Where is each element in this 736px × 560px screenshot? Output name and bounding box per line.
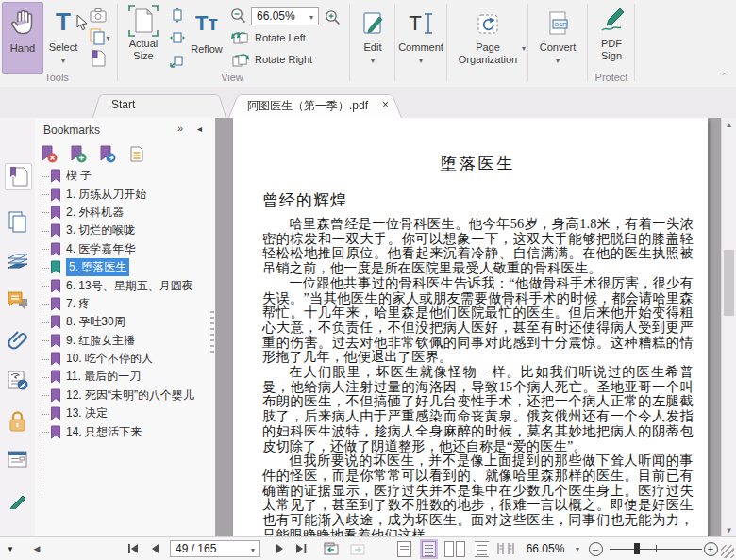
last-page-button[interactable] [293,537,309,560]
tab-close-icon[interactable]: × [382,98,389,111]
zoom-out-button[interactable]: – [587,537,604,560]
edit-button[interactable]: Edit [353,6,393,65]
bookmark-item[interactable]: 10. 吃个不停的人 [35,350,211,368]
continuous-view-button[interactable] [419,537,438,560]
reflow-button[interactable]: Tт Reflow [187,4,226,56]
next-view-button[interactable] [347,537,368,560]
bookmark-item[interactable]: 3. 切烂的喉咙 [35,222,211,239]
next-page-button[interactable] [272,537,289,560]
security-panel-icon[interactable] [5,408,30,434]
comments-panel-icon[interactable] [5,288,30,313]
split-view-button[interactable] [494,537,517,560]
bookmark-item[interactable]: 7. 疼 [35,295,211,313]
expand-bookmark-icon[interactable] [99,145,116,164]
tools-group-label: Tools [19,72,94,83]
paste-dropdown-caret[interactable] [106,31,109,42]
scroll-down-icon[interactable]: ▼ [722,526,736,535]
bookmark-options-icon[interactable] [128,146,144,164]
bookmark-item[interactable]: 楔 子 [35,167,211,185]
pencil-tool-panel-icon[interactable] [5,487,30,513]
clipboard-paste-button[interactable] [87,27,113,46]
convert-ocr-icon: OCR [545,6,570,41]
previous-page-button[interactable] [146,537,163,560]
pdf-sign-button[interactable]: PDF Sign [591,4,632,62]
bookmark-item[interactable]: 4. 医学嘉年华 [35,240,211,258]
panel-expand-icon[interactable]: » [177,123,183,134]
zoom-out-tool-icon[interactable] [228,6,247,25]
hand-tool-button[interactable]: Hand [2,2,43,74]
bookmark-item[interactable]: 1. 历练从刀开始 [35,185,211,203]
tab-start[interactable]: Start [92,91,226,118]
rotate-right-button[interactable]: Rotate Right [236,52,312,66]
edit-dropdown-caret[interactable] [371,54,375,65]
zoom-in-button[interactable]: + [702,537,719,560]
panel-collapse-icon[interactable]: ◂ [197,124,202,134]
bookmarks-toolbar [41,143,144,166]
body-text: 哈里森曾经是一位骨科医生。他今年56岁，身高1.8米，有着一头浓密的棕发和一双大… [262,217,694,537]
vertical-scrollbar[interactable]: ▲ ▼ [721,118,736,537]
bookmark-item-selected[interactable]: 5. 堕落医生 [35,258,211,276]
zoom-slider-thumb[interactable] [634,543,640,554]
fit-page-icon-button[interactable] [168,6,187,25]
svg-text:OCR: OCR [555,22,568,27]
bookmark-item[interactable]: 2. 外科机器 [35,204,211,222]
zoom-level-combobox[interactable]: 66.05% [251,7,319,25]
comment-button[interactable]: T Comment [397,6,444,65]
bookmark-item[interactable]: 6. 13号、星期五、月圆夜 [35,276,211,294]
status-zoom-caret[interactable] [572,537,583,560]
bookmark-item[interactable]: 13. 决定 [35,404,211,422]
first-page-button[interactable] [125,537,142,560]
fit-width-icon-button[interactable] [168,28,187,47]
facing-continuous-view-button[interactable] [472,537,491,560]
document-view-area[interactable]: 堕落医生 曾经的辉煌 哈里森曾经是一位骨科医生。他今年56岁，身高1.8米，有着… [216,118,722,537]
digital-signatures-panel-icon[interactable] [5,367,30,392]
bookmark-item[interactable]: 11. 最后的一刀 [35,368,211,386]
previous-view-button[interactable] [321,537,342,560]
add-bookmark-icon[interactable] [70,145,87,164]
tab-pdf-document[interactable]: 阿图医生（第一季）.pdf × [228,91,402,118]
zoom-combobox-caret[interactable] [309,10,313,22]
rotate-left-icon [236,30,250,44]
bookmark-item[interactable]: 12. 死因“未明”的八个婴儿 [35,387,211,404]
ribbon-collapse-button[interactable]: ⌃ [720,71,728,83]
actual-size-button[interactable]: Actual Size [123,4,164,62]
zoom-in-tool-icon[interactable] [323,8,342,26]
bookmark-flag-icon [50,334,61,348]
facing-view-button[interactable] [443,537,466,560]
group-separator [394,4,395,81]
more-panels-icon[interactable]: ▼ [4,537,17,560]
select-tool-button[interactable]: T Select [43,2,83,72]
window-resize-grip[interactable] [721,545,734,558]
delete-bookmark-icon[interactable] [41,145,58,164]
fields-panel-icon[interactable] [5,446,30,471]
page-number-field[interactable]: 49 / 165 [170,540,260,557]
scroll-up-icon[interactable]: ▲ [722,121,736,129]
select-dropdown-caret[interactable] [61,54,65,65]
group-separator [527,4,528,81]
edit-label: Edit [364,41,382,54]
fit-visible-icon-button[interactable] [168,51,187,70]
page-thumbnails-icon[interactable] [5,208,30,234]
bookmarks-panel-icon[interactable] [5,163,32,190]
panel-scroll-left-icon[interactable]: ◀ [30,537,43,560]
layers-panel-icon[interactable] [5,248,30,273]
attachments-panel-icon[interactable] [5,327,30,353]
comment-dropdown-caret[interactable] [419,54,423,65]
hand-icon [8,3,37,42]
scrollbar-thumb[interactable] [724,250,734,316]
panel-resize-handle[interactable] [210,311,214,354]
single-page-view-button[interactable] [394,537,413,560]
bookmark-item[interactable]: 8. 孕吐30周 [35,313,211,331]
convert-button[interactable]: OCR Convert [531,6,584,65]
snapshot-camera-button[interactable] [89,6,108,25]
view-group-label: View [194,72,270,83]
convert-dropdown-caret[interactable] [556,54,560,65]
page-field-caret[interactable] [251,542,255,555]
attach-file-button[interactable] [89,49,108,68]
rotate-left-button[interactable]: Rotate Left [236,30,306,44]
bookmark-item[interactable]: 14. 只想活下来 [35,422,211,440]
page-organization-button[interactable]: Page Organization [450,6,526,66]
bookmark-flag-icon [50,406,61,420]
page-organization-caret[interactable] [522,41,526,53]
bookmark-item[interactable]: 9. 红脸女主播 [35,332,211,350]
